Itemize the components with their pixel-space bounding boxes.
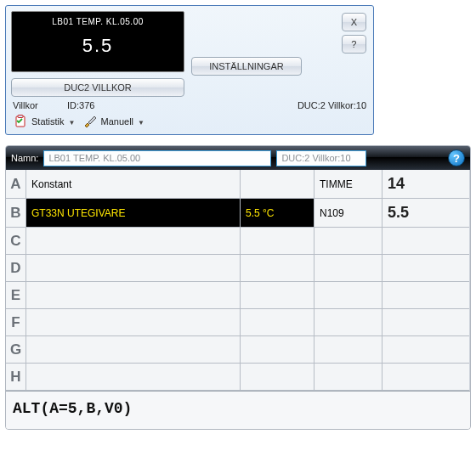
- cell-name[interactable]: [26, 282, 241, 309]
- duc-input[interactable]: [276, 150, 366, 166]
- row-header: D: [6, 255, 26, 282]
- cell-val2[interactable]: [241, 364, 314, 391]
- cell-val2[interactable]: [241, 170, 314, 199]
- variable-grid: A Konstant TIMME 14 B GT33N UTEGIVARE 5.…: [6, 170, 470, 391]
- cell-val4[interactable]: [382, 255, 469, 282]
- help-icon[interactable]: ?: [448, 149, 465, 166]
- cell-val2[interactable]: 5.5 °C: [241, 199, 314, 228]
- name-input[interactable]: [43, 150, 271, 166]
- cell-val3[interactable]: [314, 309, 382, 336]
- row-header: C: [6, 228, 26, 255]
- clipboard-icon: [13, 114, 28, 129]
- cell-val4[interactable]: [382, 228, 469, 255]
- cell-val4[interactable]: 5.5: [382, 199, 469, 228]
- manual-dropdown[interactable]: Manuell ▼: [101, 116, 145, 127]
- cell-val2[interactable]: [241, 255, 314, 282]
- cell-name[interactable]: [26, 336, 241, 364]
- cell-name[interactable]: [26, 309, 241, 336]
- row-header: H: [6, 364, 26, 391]
- cell-val3[interactable]: TIMME: [314, 170, 382, 199]
- cell-val4[interactable]: [382, 336, 469, 364]
- cell-val3[interactable]: [314, 255, 382, 282]
- cell-val4[interactable]: [382, 364, 469, 391]
- villkor-label: Villkor: [13, 100, 67, 110]
- editor-panel: Namn: ? A Konstant TIMME 14 B GT33N UTEG…: [5, 145, 471, 430]
- lcd-display: LB01 TEMP. KL.05.00 5.5: [11, 11, 184, 72]
- statistics-dropdown[interactable]: Statistik ▼: [31, 116, 76, 127]
- cell-name[interactable]: [26, 364, 241, 391]
- control-panel: X ? LB01 TEMP. KL.05.00 5.5 INSTÄLLNINGA…: [5, 5, 374, 135]
- cell-val3[interactable]: [314, 228, 382, 255]
- row-header: A: [6, 170, 26, 199]
- cell-val2[interactable]: [241, 282, 314, 309]
- manual-label: Manuell: [101, 116, 134, 127]
- row-header: F: [6, 309, 26, 336]
- lcd-value: 5.5: [12, 35, 184, 57]
- chevron-down-icon: ▼: [69, 119, 76, 127]
- chevron-down-icon: ▼: [138, 119, 144, 127]
- cell-val4[interactable]: 14: [382, 170, 469, 199]
- cell-name[interactable]: Konstant: [26, 170, 241, 199]
- lcd-title: LB01 TEMP. KL.05.00: [12, 12, 184, 26]
- cell-val3[interactable]: [314, 336, 382, 364]
- cell-val2[interactable]: [241, 228, 314, 255]
- editor-titlebar: Namn: ?: [6, 146, 470, 170]
- row-header: E: [6, 282, 26, 309]
- cell-val4[interactable]: [382, 282, 469, 309]
- duc-villkor-button[interactable]: DUC2 VILLKOR: [11, 78, 184, 97]
- cell-val2[interactable]: [241, 336, 314, 364]
- id-label: ID:376: [67, 100, 94, 110]
- statistics-label: Statistik: [31, 116, 65, 127]
- svg-rect-1: [18, 116, 23, 118]
- help-button[interactable]: ?: [342, 35, 366, 54]
- formula-bar[interactable]: ALT(A=5,B,V0): [6, 391, 470, 429]
- cell-val3[interactable]: [314, 282, 382, 309]
- name-label: Namn:: [11, 153, 38, 163]
- cell-name[interactable]: GT33N UTEGIVARE: [26, 199, 241, 228]
- row-header: B: [6, 199, 26, 228]
- cell-val4[interactable]: [382, 309, 469, 336]
- cell-val3[interactable]: [314, 364, 382, 391]
- settings-button[interactable]: INSTÄLLNINGAR: [191, 57, 302, 76]
- cell-name[interactable]: [26, 228, 241, 255]
- cell-val3[interactable]: N109: [314, 199, 382, 228]
- duc-label: DUC:2 Villkor:10: [298, 100, 366, 110]
- cell-val2[interactable]: [241, 309, 314, 336]
- cell-name[interactable]: [26, 255, 241, 282]
- brush-icon: [82, 114, 98, 129]
- close-button[interactable]: X: [342, 13, 366, 31]
- row-header: G: [6, 336, 26, 364]
